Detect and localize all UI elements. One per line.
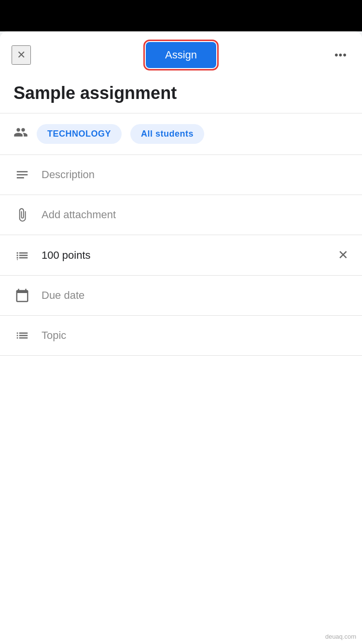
attachment-icon — [14, 208, 31, 222]
clear-points-button[interactable]: ✕ — [338, 248, 348, 263]
description-label: Description — [42, 168, 348, 181]
topic-row[interactable]: Topic — [0, 316, 362, 356]
calendar-icon — [14, 288, 31, 303]
topic-label: Topic — [42, 329, 348, 342]
class-row[interactable]: TECHNOLOGY All students — [0, 113, 362, 155]
due-date-row[interactable]: Due date — [0, 276, 362, 316]
title-section: Sample assignment — [0, 79, 362, 113]
attachment-row[interactable]: Add attachment — [0, 195, 362, 235]
description-row[interactable]: Description — [0, 155, 362, 195]
header-row: ✕ Assign ••• — [0, 31, 362, 79]
all-students-chip[interactable]: All students — [130, 124, 204, 144]
due-date-label: Due date — [42, 289, 348, 302]
close-button[interactable]: ✕ — [12, 45, 31, 65]
assign-button[interactable]: Assign — [146, 42, 216, 68]
attachment-label: Add attachment — [42, 209, 348, 221]
people-icon — [14, 125, 28, 143]
assignment-card: ✕ Assign ••• Sample assignment TECHNOLOG… — [0, 31, 362, 644]
assignment-title: Sample assignment — [14, 83, 348, 103]
screen: ✕ Assign ••• Sample assignment TECHNOLOG… — [0, 0, 362, 644]
points-value: 100 points — [42, 249, 327, 262]
points-row[interactable]: 100 points ✕ — [0, 235, 362, 276]
status-bar — [0, 0, 362, 31]
bottom-area — [0, 356, 362, 644]
technology-chip[interactable]: TECHNOLOGY — [37, 124, 122, 144]
points-icon — [14, 248, 31, 263]
topic-icon — [14, 328, 31, 343]
watermark: deuaq.com — [325, 633, 356, 640]
more-menu-button[interactable]: ••• — [331, 45, 350, 65]
description-icon — [14, 168, 31, 182]
